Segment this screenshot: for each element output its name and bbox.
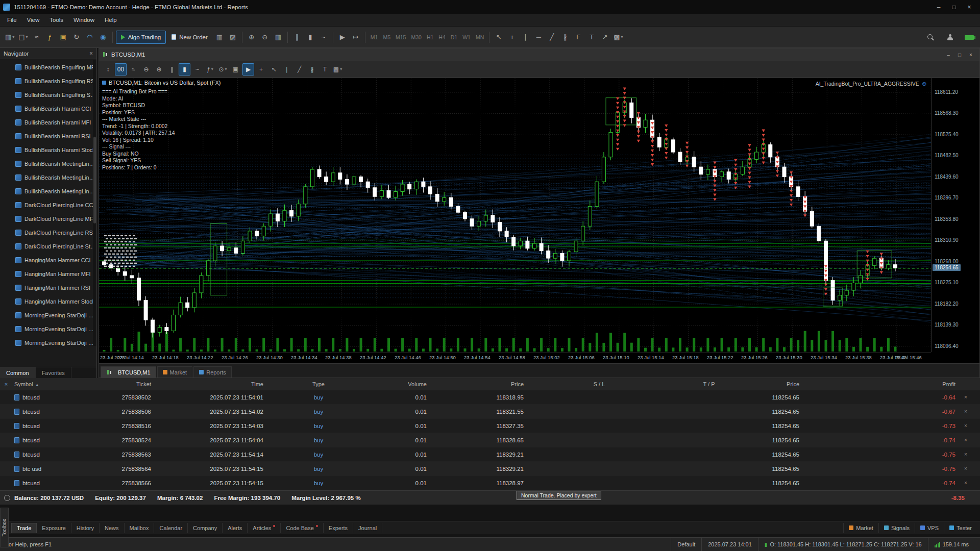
arrows-button[interactable]: ↗ <box>599 31 611 44</box>
screenshot-button[interactable]: ▣ <box>230 63 241 76</box>
navigator-item[interactable]: BullishBearish MeetingLines MFI <box>0 170 96 184</box>
refresh-button[interactable]: ↻ <box>70 31 83 44</box>
menu-file[interactable]: File <box>2 14 22 26</box>
column-header-ticket[interactable]: Ticket <box>79 381 155 387</box>
column-header-volume[interactable]: Volume <box>370 381 431 387</box>
timeframe-mn-button[interactable]: MN <box>473 34 486 40</box>
toolbox-tab-experts[interactable]: Experts <box>324 523 353 533</box>
timeframe-h4-button[interactable]: H4 <box>436 34 448 40</box>
navigator-item[interactable]: BullishBearish Engulfing RSI <box>0 74 96 88</box>
zoom-in-button[interactable]: ⊕ <box>153 63 165 76</box>
play-button[interactable]: ▶ <box>242 63 254 76</box>
chart-close-button[interactable]: × <box>965 51 976 59</box>
channel-button[interactable]: ∦ <box>559 31 571 44</box>
trendline-button[interactable]: ╱ <box>293 63 305 76</box>
timeframe-m30-button[interactable]: M30 <box>408 34 424 40</box>
autoscroll-button[interactable]: ▶ <box>336 31 349 44</box>
timeframe-d1-button[interactable]: D1 <box>448 34 460 40</box>
zoom-out-button[interactable]: ⊖ <box>259 31 271 44</box>
toolbox-tab-company[interactable]: Company <box>188 523 223 533</box>
trade-row[interactable]: btc usd2758385642025.07.23 11:54:15buy0.… <box>0 462 980 476</box>
toolbox-close-button[interactable]: × <box>2 381 10 387</box>
objects-button[interactable]: ▩▾ <box>332 63 344 76</box>
navigator-item[interactable]: BullishBearish MeetingLines CCI <box>0 157 96 170</box>
timeframe-m1-button[interactable]: M1 <box>368 34 381 40</box>
candles-mode-button[interactable]: ▮ <box>304 31 316 44</box>
maximize-button[interactable]: □ <box>946 2 962 12</box>
cursor-button[interactable]: ↖ <box>268 63 280 76</box>
trade-row[interactable]: btcusd2758385062025.07.23 11:54:02buy0.0… <box>0 405 980 419</box>
algo-trading-button[interactable]: Algo Trading <box>116 31 166 44</box>
periods-button[interactable]: ⊙▾ <box>217 63 229 76</box>
column-header-sl[interactable]: S / L <box>528 381 671 387</box>
metaeditor-button[interactable]: ƒ <box>44 31 56 44</box>
column-header-tp[interactable]: T / P <box>671 381 747 387</box>
navigator-item[interactable]: DarkCloud PiercingLine CCI <box>0 198 96 212</box>
tile-windows-button[interactable]: ▦ <box>272 31 284 44</box>
navigator-item[interactable]: DarkCloud PiercingLine MFI <box>0 212 96 226</box>
navigator-item[interactable]: BullishBearish Harami Stoch <box>0 143 96 157</box>
navigator-close-button[interactable]: × <box>89 50 93 57</box>
navigator-item[interactable]: HangingMan Hammer MFI <box>0 267 96 281</box>
service-tab-market[interactable]: Market <box>843 523 878 533</box>
navigator-item[interactable]: HangingMan Hammer CCI <box>0 253 96 267</box>
cloud-button[interactable]: ◠ <box>84 31 96 44</box>
bars-mode-button[interactable]: ∥ <box>291 31 303 44</box>
navigator-item[interactable]: HangingMan Hammer Stoch <box>0 294 96 308</box>
column-header-profit[interactable]: Profit <box>803 381 960 387</box>
toolbox-tab-alerts[interactable]: Alerts <box>223 523 248 533</box>
menu-window[interactable]: Window <box>68 14 100 26</box>
line-mode-button[interactable]: ~ <box>191 63 203 76</box>
close-position-button[interactable]: × <box>960 480 972 486</box>
chart-tab-market[interactable]: Market <box>157 366 193 378</box>
timeframe-m15-button[interactable]: M15 <box>393 34 408 40</box>
new-chart-button[interactable]: ▦▾ <box>4 31 16 44</box>
trade-row[interactable]: btcusd2758385662025.07.23 11:54:15buy0.0… <box>0 476 980 490</box>
line-mode-button[interactable]: ~ <box>317 31 330 44</box>
trade-row[interactable]: btcusd2758385162025.07.23 11:54:03buy0.0… <box>0 419 980 433</box>
navigator-item[interactable]: HangingMan Hammer RSI <box>0 281 96 294</box>
zoom-out-button[interactable]: ⊖ <box>140 63 152 76</box>
navigator-item[interactable]: MorningEvening StarDoji MFI <box>0 322 96 336</box>
chart-window-titlebar[interactable]: BTCUSD,M1 – □ × <box>99 48 979 61</box>
toolbox-tab-news[interactable]: News <box>100 523 125 533</box>
navigator-tab-common[interactable]: Common <box>0 367 36 378</box>
trade-row[interactable]: btcusd2758385242025.07.23 11:54:04buy0.0… <box>0 433 980 447</box>
tick-chart-button[interactable]: ≈ <box>31 31 43 44</box>
channel-button[interactable]: ∦ <box>306 63 318 76</box>
chart-shift-button[interactable]: ↦ <box>350 31 362 44</box>
column-header-symbol[interactable]: Symbol▲ <box>10 381 79 387</box>
data-window-button[interactable]: ▨ <box>227 31 239 44</box>
chart-minimize-button[interactable]: – <box>943 51 954 59</box>
candles-mode-button[interactable]: ▮ <box>179 63 190 76</box>
close-position-button[interactable]: × <box>960 394 972 400</box>
time-axis[interactable]: 23 Jul 202523 Jul 14:1423 Jul 14:1823 Ju… <box>99 352 931 363</box>
text-button[interactable]: T <box>585 31 598 44</box>
close-position-button[interactable]: × <box>960 437 972 443</box>
vertical-line-button[interactable]: ∣ <box>281 63 292 76</box>
latency-segment[interactable]: 159.14 ms <box>928 538 975 551</box>
profile-segment[interactable]: Default <box>671 538 701 551</box>
connection-status-button[interactable] <box>963 31 975 44</box>
chart-canvas[interactable]: BTCUSD,M1: Bitcoin vs US Dollar, Spot (F… <box>99 78 979 352</box>
scrollbar-thumb[interactable] <box>93 137 96 223</box>
objects-button[interactable]: ▩▾ <box>612 31 624 44</box>
chart-tab-btcusd-m1[interactable]: BTCUSD,M1 <box>101 366 156 378</box>
navigator-item[interactable]: BullishBearish Engulfing Stoch <box>0 88 96 102</box>
navigator-item[interactable]: MorningEvening StarDoji CCI <box>0 308 96 322</box>
column-header-time[interactable]: Time <box>155 381 267 387</box>
indicators-button[interactable]: ƒ▾ <box>204 63 216 76</box>
toolbox-tab-trade[interactable]: Trade <box>11 523 37 533</box>
service-tab-tester[interactable]: Tester <box>944 523 977 533</box>
column-header-price[interactable]: Price <box>431 381 528 387</box>
crosshair-button[interactable]: + <box>255 63 267 76</box>
trade-row[interactable]: btcusd2758385632025.07.23 11:54:14buy0.0… <box>0 447 980 462</box>
navigator-item[interactable]: DarkCloud PiercingLine Stoch <box>0 239 96 253</box>
column-header-price[interactable]: Price <box>747 381 803 387</box>
candlestick-chart[interactable] <box>99 78 931 352</box>
navigator-item[interactable]: DarkCloud PiercingLine RSI <box>0 226 96 239</box>
navigator-item[interactable]: BullishBearish Engulfing MFI <box>0 60 96 74</box>
column-header-type[interactable]: Type <box>267 381 370 387</box>
timeframe-w1-button[interactable]: W1 <box>460 34 473 40</box>
service-tab-vps[interactable]: VPS <box>915 523 944 533</box>
